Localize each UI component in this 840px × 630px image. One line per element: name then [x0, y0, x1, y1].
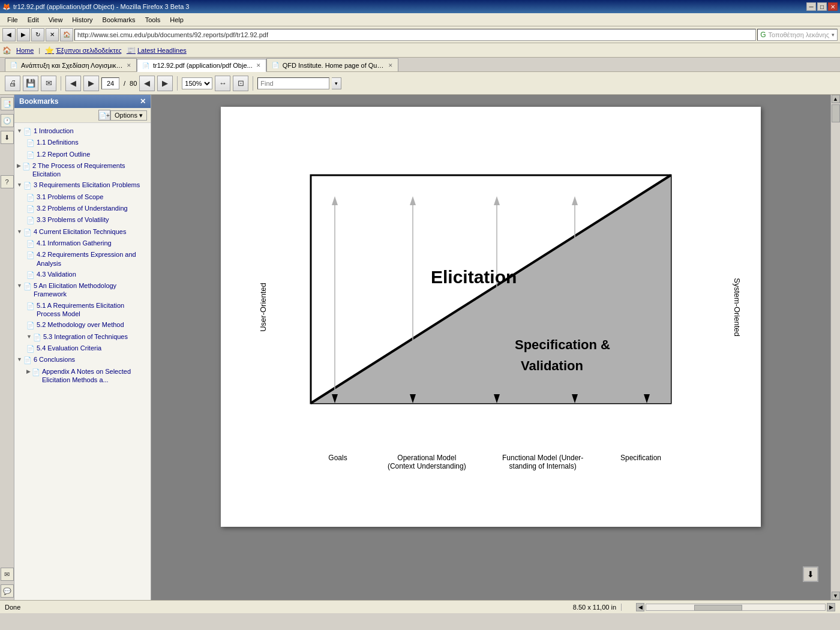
tree-item-understanding[interactable]: 📄 3.2 Problems of Understanding	[14, 203, 151, 214]
toggle-process[interactable]: ▶	[17, 163, 21, 170]
menu-bookmarks[interactable]: Bookmarks	[98, 15, 140, 25]
toggle-intro[interactable]: ▼	[17, 128, 22, 135]
tree-item-process[interactable]: ▶ 📄 2 The Process of Requirements Elicit…	[14, 160, 151, 180]
tree-label-process[interactable]: 2 The Process of Requirements Elicitatio…	[32, 161, 148, 179]
tree-item-methodology[interactable]: 📄 5.2 Methodology over Method	[14, 319, 151, 331]
bookmark-home[interactable]: Home	[16, 47, 34, 54]
downloads-panel-btn[interactable]: ⬇	[1, 131, 14, 144]
tab-1[interactable]: 📄 tr12.92.pdf (application/pdf Obje... ✕	[137, 59, 266, 72]
toggle-integration[interactable]: ▼	[26, 334, 32, 341]
tree-label-defs[interactable]: 1.1 Definitions	[37, 138, 148, 146]
mail-btn[interactable]: ✉	[1, 568, 14, 581]
tree-label-conclusions[interactable]: 6 Conclusions	[34, 355, 148, 364]
back-button[interactable]: ◀	[2, 28, 16, 41]
find-input[interactable]	[257, 77, 329, 89]
tree-item-validation[interactable]: 📄 4.3 Validation	[14, 269, 151, 280]
fit-page-button[interactable]: ⊡	[233, 76, 248, 91]
scroll-down-btn[interactable]: ▼	[832, 592, 840, 600]
tree-item-integration[interactable]: ▼ 📄 5.3 Integration of Techniques	[14, 331, 151, 343]
hscroll-thumb[interactable]	[694, 605, 742, 611]
fit-width-button[interactable]: ↔	[215, 76, 230, 91]
tree-label-intro[interactable]: 1 Introduction	[34, 127, 148, 135]
tree-label-methodology[interactable]: 5.2 Methodology over Method	[37, 320, 148, 329]
bookmark-latest[interactable]: 📰 Latest Headlines	[127, 46, 187, 55]
page-current-input[interactable]	[101, 77, 119, 89]
tree-label-req[interactable]: 3 Requirements Elicitation Problems	[34, 181, 148, 189]
tree-item-evaluation[interactable]: 📄 5.4 Evaluation Criteria	[14, 343, 151, 354]
right-scrollbar[interactable]: ▲ ▼	[830, 95, 840, 600]
menu-help[interactable]: Help	[165, 15, 188, 25]
tree-item-conclusions[interactable]: ▼ 📄 6 Conclusions	[14, 354, 151, 365]
scroll-up-btn[interactable]: ▲	[832, 95, 840, 103]
maximize-button[interactable]: □	[817, 2, 827, 11]
next-view-button[interactable]: ▶	[157, 76, 173, 91]
menu-file[interactable]: File	[2, 15, 23, 25]
print-button[interactable]: 🖨	[5, 76, 20, 91]
scroll-thumb[interactable]	[832, 104, 840, 122]
tree-label-volatility[interactable]: 3.3 Problems of Volatility	[37, 215, 148, 224]
tree-label-info-gather[interactable]: 4.1 Information Gathering	[37, 239, 148, 247]
save-button[interactable]: 💾	[23, 76, 38, 91]
hscroll-left[interactable]: ◀	[636, 603, 644, 611]
next-page-button[interactable]: ▶	[83, 76, 99, 91]
minimize-button[interactable]: ─	[806, 2, 816, 11]
tree-item-volatility[interactable]: 📄 3.3 Problems of Volatility	[14, 214, 151, 226]
toggle-conclusions[interactable]: ▼	[17, 356, 22, 364]
bookmark-smart[interactable]: ⭐ Έξυπνοι σελιδοδείκτες	[45, 46, 122, 55]
tab-2-close[interactable]: ✕	[388, 62, 393, 68]
tree-label-evaluation[interactable]: 5.4 Evaluation Criteria	[37, 344, 148, 352]
close-button[interactable]: ✕	[828, 2, 838, 11]
history-panel-btn[interactable]: 🕐	[1, 114, 14, 127]
hscroll-track[interactable]	[646, 604, 826, 611]
tree-label-framework[interactable]: 5 An Elicitation Methodology Framework	[34, 281, 148, 299]
menu-history[interactable]: History	[67, 15, 97, 25]
tree-item-intro[interactable]: ▼ 📄 1 Introduction	[14, 125, 151, 137]
scroll-to-bottom-btn[interactable]: ⬇	[803, 566, 818, 582]
tree-item-outline[interactable]: 📄 1.2 Report Outline	[14, 149, 151, 160]
options-button[interactable]: Options ▾	[110, 110, 147, 121]
prev-page-button[interactable]: ◀	[65, 76, 81, 91]
tab-1-close[interactable]: ✕	[256, 62, 261, 68]
find-dropdown[interactable]: ▾	[332, 77, 341, 89]
toggle-framework[interactable]: ▼	[17, 283, 22, 290]
prev-view-button[interactable]: ◀	[139, 76, 155, 91]
tree-item-info-gather[interactable]: 📄 4.1 Information Gathering	[14, 238, 151, 249]
tree-label-req-expr[interactable]: 4.2 Requirements Expression and Analysis	[37, 250, 148, 268]
toggle-current[interactable]: ▼	[17, 229, 22, 236]
toggle-appendix[interactable]: ▶	[26, 368, 31, 376]
bookmarks-panel-btn[interactable]: 📑	[1, 97, 14, 110]
home-button[interactable]: 🏠	[60, 28, 73, 41]
zoom-select[interactable]: 150% 100% 75% 50% 200%	[182, 77, 212, 89]
url-bar[interactable]: http://www.sei.cmu.edu/pub/documents/92.…	[74, 29, 756, 41]
search-bar[interactable]: G Τοποθέτηση λεκάνης ▾	[757, 29, 838, 41]
tree-item-proc-model[interactable]: 📄 5.1 A Requirements Elicitation Process…	[14, 300, 151, 320]
reload-button[interactable]: ↻	[31, 28, 44, 41]
email-button[interactable]: ✉	[41, 76, 56, 91]
tree-label-integration[interactable]: 5.3 Integration of Techniques	[43, 332, 148, 341]
menu-tools[interactable]: Tools	[140, 15, 166, 25]
sidebar-close[interactable]: ✕	[140, 97, 146, 106]
new-bookmark-btn[interactable]: 📄+	[98, 110, 110, 121]
toggle-req[interactable]: ▼	[17, 182, 22, 189]
info-btn[interactable]: ?	[1, 175, 14, 188]
search-dropdown-icon[interactable]: ▾	[832, 32, 835, 38]
tab-2[interactable]: 📄 QFD Institute. Home page of Qualit... …	[266, 58, 398, 71]
tree-item-req-expr[interactable]: 📄 4.2 Requirements Expression and Analys…	[14, 249, 151, 269]
tree-label-validation[interactable]: 4.3 Validation	[37, 270, 148, 278]
tree-label-appendix[interactable]: Appendix A Notes on Selected Elicitation…	[42, 367, 148, 385]
hscroll-right[interactable]: ▶	[827, 603, 835, 611]
tree-label-proc-model[interactable]: 5.1 A Requirements Elicitation Process M…	[37, 301, 148, 319]
menu-edit[interactable]: Edit	[23, 15, 44, 25]
tree-item-req[interactable]: ▼ 📄 3 Requirements Elicitation Problems	[14, 179, 151, 191]
chat-btn[interactable]: 💬	[1, 584, 14, 598]
tab-0[interactable]: 📄 Ανάπτυξη και Σχεδίαση Λογισμικο... ✕	[5, 58, 137, 71]
menu-view[interactable]: View	[44, 15, 68, 25]
tree-item-framework[interactable]: ▼ 📄 5 An Elicitation Methodology Framewo…	[14, 280, 151, 300]
tree-item-appendix[interactable]: ▶ 📄 Appendix A Notes on Selected Elicita…	[14, 366, 151, 386]
stop-button[interactable]: ✕	[46, 28, 59, 41]
tree-label-understanding[interactable]: 3.2 Problems of Understanding	[37, 204, 148, 212]
tree-item-current[interactable]: ▼ 📄 4 Current Elicitation Techniques	[14, 226, 151, 238]
tree-label-outline[interactable]: 1.2 Report Outline	[37, 150, 148, 158]
tree-item-defs[interactable]: 📄 1.1 Definitions	[14, 137, 151, 148]
tab-0-close[interactable]: ✕	[127, 62, 131, 68]
